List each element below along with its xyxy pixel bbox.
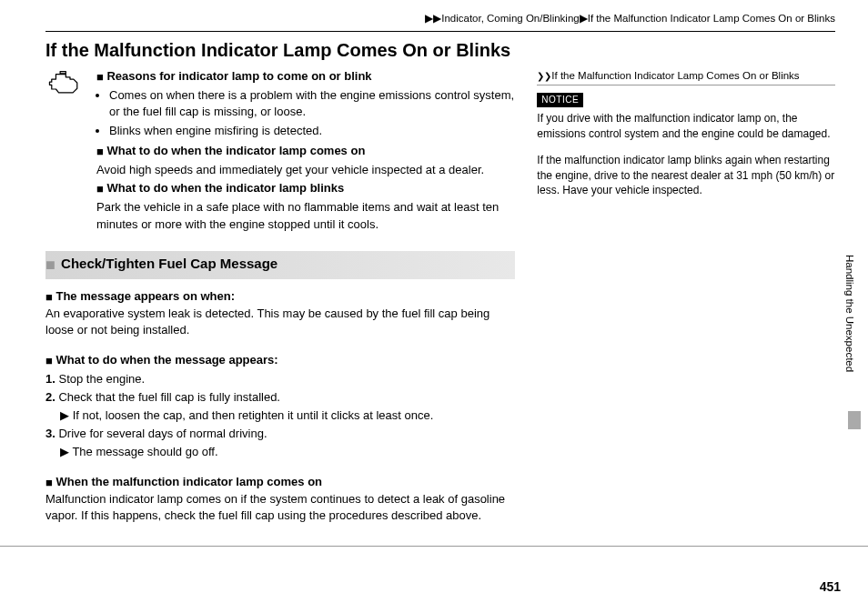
subsection-title: Check/Tighten Fuel Cap Message — [61, 256, 278, 271]
step-1: Stop the engine. — [58, 372, 145, 386]
page-number: 451 — [820, 578, 841, 597]
comes-on-text: Avoid high speeds and immediately get yo… — [96, 162, 515, 178]
mil-comes-on-text: Malfunction indicator lamp comes on if t… — [45, 492, 505, 522]
what-to-do-heading: What to do when the message appears: — [56, 353, 278, 367]
main-column: ■ Reasons for indicator lamp to come on … — [45, 68, 515, 537]
tab-marker — [848, 411, 861, 429]
reasons-heading: Reasons for indicator lamp to come on or… — [106, 69, 371, 83]
subsection-header: ■ Check/Tighten Fuel Cap Message — [45, 251, 515, 279]
step-3-sub: The message should go off. — [72, 445, 217, 458]
header-rule — [45, 31, 835, 32]
blinks-text: Park the vehicle in a safe place with no… — [96, 199, 515, 232]
reason-item-2: Blinks when engine misfiring is detected… — [109, 123, 515, 139]
section-tab: Handling the Unexpected — [843, 255, 857, 372]
notice-label: NOTICE — [537, 93, 583, 107]
step-2: Check that the fuel fill cap is fully in… — [58, 390, 280, 404]
comes-on-heading: What to do when the indicator lamp comes… — [106, 144, 365, 157]
page-title: If the Malfunction Indicator Lamp Comes … — [45, 39, 519, 61]
ref-arrow-icon: ❯❯ — [537, 71, 551, 81]
step-3: Drive for several days of normal driving… — [58, 427, 267, 440]
engine-icon — [45, 70, 82, 95]
blinks-heading: What to do when the indicator lamp blink… — [106, 181, 344, 195]
sidebar-column: ❯❯If the Malfunction Indicator Lamp Come… — [537, 68, 835, 537]
appears-when-text: An evaporative system leak is detected. … — [45, 306, 490, 337]
notice-text-2: If the malfunction indicator lamp blinks… — [537, 153, 835, 198]
appears-when-heading: The message appears on when: — [56, 289, 235, 303]
mil-comes-on-heading: When the malfunction indicator lamp come… — [56, 475, 322, 488]
notice-text-1: If you drive with the malfunction indica… — [537, 111, 835, 142]
breadcrumb: ▶▶Indicator, Coming On/Blinking▶If the M… — [45, 9, 835, 27]
reason-item-1: Comes on when there is a problem with th… — [109, 87, 515, 120]
sidebar-ref: If the Malfunction Indicator Lamp Comes … — [551, 70, 799, 81]
step-2-sub: If not, loosen the cap, and then retight… — [73, 408, 434, 422]
